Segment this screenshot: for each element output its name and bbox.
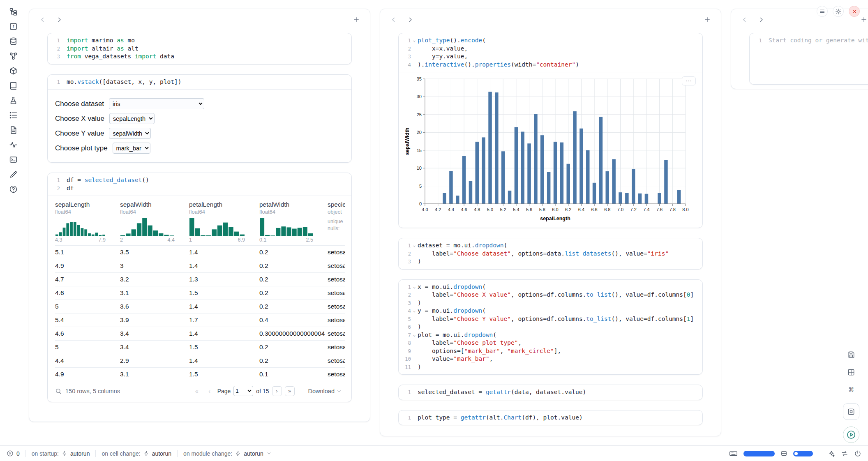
code-editor-imports[interactable]: 1import marimo as mo2import altair as al… <box>48 33 351 64</box>
layout-toggle-button[interactable] <box>844 365 859 379</box>
sidebar-help-button[interactable] <box>4 182 22 196</box>
fold-spacer <box>411 61 418 69</box>
column-scroll-left-button[interactable] <box>388 14 399 25</box>
chart-options-button[interactable]: ⋯ <box>682 76 696 85</box>
sidebar-packages-button[interactable] <box>4 64 22 78</box>
table-row[interactable]: 4.42.91.40.2setosa <box>55 354 345 367</box>
line-number: 3 <box>399 299 411 307</box>
y-value-select[interactable]: sepalWidth <box>109 128 151 139</box>
notebook-column-1: 1import marimo as mo2import altair as al… <box>29 9 370 422</box>
fold-chevron-icon[interactable]: ⌄ <box>411 283 418 291</box>
first-page-button[interactable]: « <box>192 386 202 396</box>
fold-chevron-icon[interactable]: ⌄ <box>411 331 418 339</box>
fold-chevron-icon[interactable]: ⌄ <box>411 307 418 315</box>
app-view-button[interactable] <box>843 403 859 420</box>
column-dtype: object <box>328 209 345 215</box>
sidebar-tracing-button[interactable] <box>4 138 22 152</box>
panel-toggle-button[interactable] <box>780 450 787 457</box>
code-line: 6) <box>399 323 697 331</box>
column-scroll-right-button[interactable] <box>756 14 766 25</box>
last-page-button[interactable]: » <box>285 386 295 396</box>
column-name: sepalWidth <box>120 201 185 208</box>
search-icon[interactable] <box>55 388 62 394</box>
sidebar-file-tree-button[interactable] <box>4 5 22 18</box>
code-editor-dataset-dropdown[interactable]: 1⌄dataset = mo.ui.dropdown(2 label="Choo… <box>399 238 702 269</box>
save-notebook-button[interactable] <box>844 347 859 362</box>
sidebar-scratchpad-button[interactable] <box>4 94 22 107</box>
table-row[interactable]: 4.63.11.50.2setosa <box>55 286 345 300</box>
line-number: 7 <box>399 331 411 339</box>
sidebar-console-button[interactable] <box>4 153 22 166</box>
table-row[interactable]: 4.63.41.40.30000000000000004setosa <box>55 327 345 340</box>
page-select[interactable]: 1 <box>233 386 253 396</box>
keyboard-shortcuts-button[interactable] <box>729 449 738 458</box>
x-value-select[interactable]: sepalLength <box>109 113 155 124</box>
sidebar-logs-button[interactable] <box>4 123 22 137</box>
sidebar-variables-button[interactable]: f <box>4 20 22 33</box>
on-startup-setting[interactable]: on startup: autorun <box>32 450 90 457</box>
shutdown-button[interactable] <box>849 6 860 17</box>
line-number: 10 <box>399 355 411 363</box>
code-editor-dataframe[interactable]: 1df = selected_dataset()2df <box>48 173 351 196</box>
close-icon <box>852 9 857 14</box>
scratchpad-icon <box>9 96 18 105</box>
packages-icon <box>9 67 18 75</box>
ai-assistant-button[interactable] <box>828 450 835 457</box>
code-editor-chart[interactable]: 1⌄plot_type().encode(2 x=x.value,3 y=y.v… <box>399 33 702 72</box>
run-app-button[interactable] <box>843 426 859 443</box>
dataset-select[interactable]: iris <box>109 98 204 109</box>
on-cell-change-setting[interactable]: on cell change: autorun <box>102 450 171 457</box>
code-editor-xy-plot-dropdowns[interactable]: 1⌄x = mo.ui.dropdown(2 label="Choose X v… <box>399 280 702 375</box>
dataset-label: Choose dataset <box>55 100 104 108</box>
restart-session-button[interactable] <box>841 450 848 457</box>
on-module-change-setting[interactable]: on module change: autorun <box>183 450 272 457</box>
column-scroll-left-button[interactable] <box>37 14 48 25</box>
add-cell-button[interactable] <box>702 14 713 25</box>
code-editor-empty[interactable]: 1 Start coding or generate with <box>750 33 868 48</box>
table-row[interactable]: 4.931.40.2setosa <box>55 259 345 272</box>
add-cell-button[interactable] <box>859 14 868 25</box>
prev-page-button[interactable]: ‹ <box>205 386 215 396</box>
altair-bar-chart[interactable]: 4.04.24.44.64.85.05.25.45.65.86.06.26.46… <box>404 75 698 223</box>
settings-button[interactable] <box>833 6 844 17</box>
error-counter[interactable]: 0 <box>7 450 20 457</box>
dataset-control-row: Choose datasetiris <box>55 98 351 109</box>
plot-type-select[interactable]: mark_bar <box>113 143 150 154</box>
code-line: 5 label="Choose Y value", options=df.col… <box>399 315 697 323</box>
add-cell-button[interactable] <box>351 14 362 25</box>
fold-chevron-icon[interactable]: ⌄ <box>411 37 418 45</box>
table-row[interactable]: 5.43.91.70.4setosa <box>55 313 345 327</box>
command-palette-button[interactable]: ⌘ <box>844 383 859 397</box>
code-editor-selected-dataset[interactable]: 1selected_dataset = getattr(data, datase… <box>399 385 702 400</box>
code-editor-plot-type[interactable]: 1plot_type = getattr(alt.Chart(df), plot… <box>399 410 702 425</box>
table-scroll-area[interactable]: sepalLengthfloat644.37.9sepalWidthfloat6… <box>55 201 345 381</box>
notebook-menu-button[interactable] <box>817 6 828 17</box>
code-editor-ui-stack[interactable]: 1mo.vstack([dataset, x, y, plot]) <box>48 75 351 90</box>
table-row[interactable]: 4.93.11.50.1setosa <box>55 367 345 381</box>
column-scroll-right-button[interactable] <box>405 14 416 25</box>
table-footer: 150 rows, 5 columns«‹Page1of 15›»Downloa… <box>55 386 344 396</box>
sidebar-datasources-button[interactable] <box>4 35 22 48</box>
fold-chevron-icon[interactable]: ⌄ <box>411 242 418 250</box>
svg-text:5.4: 5.4 <box>513 207 519 212</box>
line-number: 9 <box>399 347 411 355</box>
download-button[interactable]: Download <box>306 387 344 395</box>
sidebar-annotate-button[interactable] <box>4 168 22 181</box>
column-range: 0.12.5 <box>259 237 313 243</box>
line-number: 3 <box>399 258 411 266</box>
sidebar-documentation-button[interactable] <box>4 79 22 92</box>
connection-status-button[interactable] <box>854 450 861 457</box>
table-row[interactable]: 4.73.21.30.2setosa <box>55 272 345 286</box>
sidebar-dependencies-button[interactable] <box>4 49 22 63</box>
table-row[interactable]: 5.13.51.40.2setosa <box>55 245 345 259</box>
column-scroll-right-button[interactable] <box>54 14 65 25</box>
column-scroll-left-button[interactable] <box>739 14 750 25</box>
code-line: 9 options=["mark_bar", "mark_circle"], <box>399 347 697 355</box>
generate-with-ai-link[interactable]: generate <box>826 37 855 44</box>
fold-spacer <box>411 339 418 347</box>
table-row[interactable]: 53.61.40.2setosa <box>55 300 345 313</box>
next-page-button[interactable]: › <box>272 386 282 396</box>
table-row[interactable]: 53.41.50.2setosa <box>55 340 345 354</box>
sidebar-snippets-button[interactable] <box>4 108 22 122</box>
divider <box>25 450 26 457</box>
